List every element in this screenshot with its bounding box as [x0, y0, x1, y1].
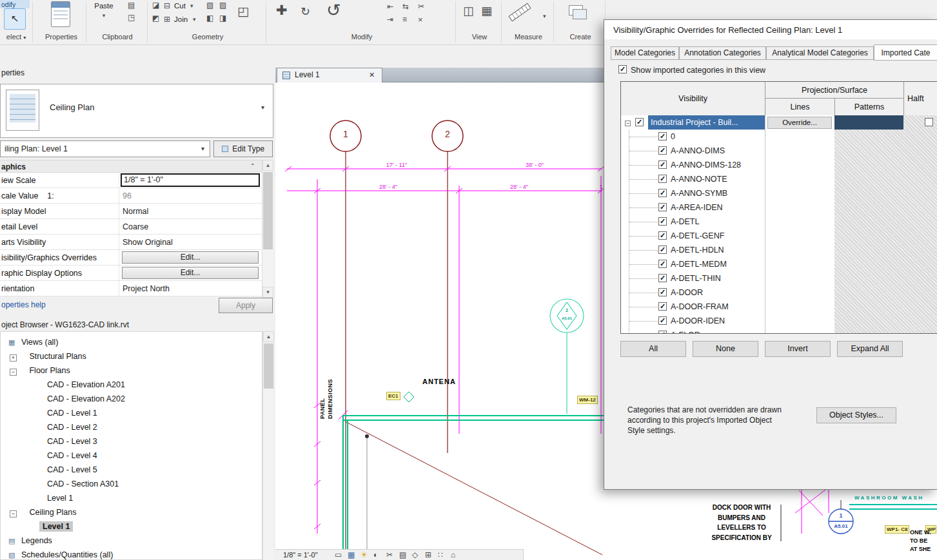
category-checkbox[interactable]: ✓ — [658, 302, 667, 311]
view-tab-level-1[interactable]: Level 1 ✕ — [277, 68, 382, 82]
parts-visibility-value[interactable]: Show Original — [123, 235, 173, 250]
browser-item-cad-section-a301[interactable]: CAD - Section A301 — [47, 478, 119, 490]
all-button[interactable]: All — [620, 341, 686, 357]
category-row-14[interactable]: ✓A-FLOR — [621, 328, 834, 334]
cut-caret-icon[interactable]: ▾ — [190, 3, 193, 9]
apply-button[interactable]: Apply — [219, 298, 273, 313]
scroll-down-icon[interactable]: ▼ — [262, 287, 273, 298]
visual-style-icon[interactable]: ▦ — [348, 550, 355, 559]
halftone-checkbox[interactable] — [925, 118, 933, 126]
browser-item-schedules[interactable]: ▧ Schedules/Quantities (all) — [8, 548, 113, 560]
graphic-display-edit-button[interactable]: Edit... — [122, 267, 259, 279]
category-checkbox[interactable]: ✓ — [658, 217, 667, 226]
worksharing-display-icon[interactable]: ∷ — [438, 550, 443, 559]
measure-caret-icon[interactable]: ▾ — [543, 13, 546, 19]
reveal-hidden-icon[interactable]: ⊞ — [425, 550, 431, 559]
modify-select-button[interactable]: ↖ — [4, 8, 26, 30]
detail-level-icon[interactable]: ▭ — [335, 550, 342, 559]
scrollbar-thumb[interactable] — [264, 343, 273, 389]
tab-annotation-categories[interactable]: Annotation Categories — [679, 46, 766, 60]
browser-item-level-1-floor[interactable]: Level 1 — [47, 492, 73, 505]
browser-item-cad-level-4[interactable]: CAD - Level 4 — [47, 449, 97, 462]
paste-button[interactable]: Paste ▾ — [89, 1, 119, 19]
patterns-selected-cell[interactable] — [834, 115, 903, 130]
expand-icon[interactable]: + — [10, 354, 17, 362]
cut-geometry-icon[interactable]: ⊟ — [164, 1, 170, 10]
show-imported-checkbox[interactable]: ✓ — [618, 65, 627, 73]
browser-item-cad-level-2[interactable]: CAD - Level 2 — [47, 421, 97, 434]
browser-item-ceiling-plans[interactable]: − Ceiling Plans — [10, 506, 76, 519]
temporary-hide-icon[interactable]: ◇ — [412, 550, 418, 559]
join-caret-icon[interactable]: ▾ — [193, 16, 196, 23]
display-model-value[interactable]: Normal — [123, 204, 148, 219]
root-category-row[interactable]: Industrial Project - Buil... — [648, 115, 765, 130]
category-row-2[interactable]: ✓A-ANNO-DIMS-128 — [621, 158, 834, 172]
root-category-checkbox[interactable]: ✓ — [635, 118, 644, 126]
category-row-13[interactable]: ✓A-DOOR-IDEN — [621, 314, 834, 328]
category-checkbox[interactable]: ✓ — [658, 146, 667, 155]
view-properties-icon[interactable]: ⌂ — [451, 550, 455, 559]
geometry-tool-icon-4[interactable]: ◨ — [219, 14, 226, 23]
view-scale-control[interactable]: 1/8" = 1'-0" — [283, 551, 318, 559]
category-row-3[interactable]: ✓A-ANNO-NOTE — [621, 172, 834, 186]
tile-windows-icon[interactable]: ▦ — [481, 4, 492, 18]
category-row-1[interactable]: ✓A-ANNO-DIMS — [621, 144, 834, 158]
scrollbar-thumb[interactable] — [263, 172, 273, 249]
category-row-10[interactable]: ✓A-DETL-THIN — [621, 271, 834, 285]
category-checkbox[interactable]: ✓ — [658, 274, 667, 282]
object-styles-button[interactable]: Object Styles... — [816, 407, 896, 423]
join-geometry-label[interactable]: Join — [174, 15, 188, 23]
shadows-icon[interactable]: ◐ — [373, 550, 378, 559]
type-selector[interactable]: Ceiling Plan ▾ — [0, 84, 273, 138]
crop-view-icon[interactable]: ✂ — [386, 550, 393, 559]
vg-overrides-edit-button[interactable]: Edit... — [122, 251, 259, 264]
geometry-tool-icon-1[interactable]: ▧ — [206, 1, 213, 10]
rotate-big-tool-icon[interactable]: ↺ — [326, 0, 341, 21]
offset-tool-icon[interactable]: ⇥ — [387, 15, 393, 24]
geometry-stack-icon-1[interactable]: ◪ — [152, 1, 159, 10]
scroll-up-icon[interactable]: ▲ — [263, 331, 274, 342]
panel-label-select[interactable]: elect ▾ — [0, 33, 32, 41]
detail-level-value[interactable]: Coarse — [123, 219, 148, 235]
browser-item-legends[interactable]: ▤ Legends — [8, 534, 52, 547]
trim-tool-icon[interactable]: ✂ — [418, 2, 424, 11]
category-row-7[interactable]: ✓A-DETL-GENF — [621, 229, 834, 243]
category-checkbox[interactable]: ✓ — [658, 175, 667, 183]
collapse-icon[interactable]: − — [10, 510, 17, 517]
split-tool-icon[interactable]: ⇆ — [402, 2, 409, 11]
none-button[interactable]: None — [693, 341, 758, 357]
category-checkbox[interactable]: ✓ — [658, 331, 667, 334]
category-checkbox[interactable]: ✓ — [658, 189, 667, 197]
align-tool-icon[interactable]: ⇤ — [387, 2, 393, 11]
array-tool-icon[interactable]: ≡ — [402, 15, 407, 24]
category-checkbox[interactable]: ✓ — [658, 288, 667, 296]
ribbon-tab-modify[interactable]: odify — [0, 0, 30, 8]
category-row-5[interactable]: ✓A-AREA-IDEN — [621, 200, 834, 215]
category-checkbox[interactable]: ✓ — [658, 160, 667, 169]
browser-item-cad-elevation-a201[interactable]: CAD - Elevation A201 — [47, 378, 125, 391]
browser-item-views-all[interactable]: ▦ Views (all) — [8, 336, 58, 349]
category-checkbox[interactable]: ✓ — [658, 132, 667, 140]
override-lines-button[interactable]: Override... — [767, 117, 832, 129]
collapse-icon[interactable]: − — [10, 369, 17, 376]
orientation-value[interactable]: Project North — [123, 281, 170, 296]
category-row-8[interactable]: ✓A-DETL-HDLN — [621, 243, 834, 257]
properties-button[interactable] — [49, 1, 72, 30]
rotate-tool-icon[interactable]: ↻ — [301, 5, 310, 19]
category-checkbox[interactable]: ✓ — [658, 203, 667, 211]
cut-geometry-label[interactable]: Cut — [174, 2, 186, 10]
scroll-up-icon[interactable]: ▲ — [262, 160, 273, 171]
section-collapse-icon[interactable]: ⌃ — [250, 162, 255, 169]
category-checkbox[interactable]: ✓ — [658, 260, 667, 268]
browser-item-level-1-ceiling-selected[interactable]: Level 1 — [39, 520, 73, 533]
dialog-title-bar[interactable]: Visibility/Graphic Overrides for Reflect… — [604, 20, 937, 39]
view-tab-close-icon[interactable]: ✕ — [369, 68, 375, 82]
browser-scrollbar[interactable]: ▲ — [262, 331, 273, 560]
browser-item-cad-level-3[interactable]: CAD - Level 3 — [47, 435, 97, 448]
move-tool-icon[interactable]: ✚ — [276, 3, 288, 18]
measure-ruler-icon[interactable] — [508, 3, 531, 22]
category-checkbox[interactable]: ✓ — [658, 231, 667, 240]
category-row-0[interactable]: ✓0 — [621, 130, 834, 144]
view-scale-value[interactable]: 1/8" = 1'-0" — [121, 173, 260, 187]
properties-scrollbar[interactable]: ▲ ▼ — [262, 160, 273, 298]
